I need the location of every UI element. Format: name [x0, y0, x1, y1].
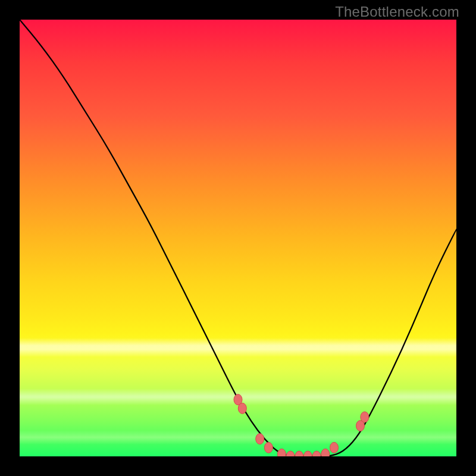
marker-point — [295, 451, 303, 456]
marker-point — [361, 412, 369, 422]
marker-point — [256, 434, 264, 444]
marker-point — [277, 449, 286, 456]
marker-point — [264, 442, 273, 453]
marker-point — [238, 403, 246, 414]
marker-point — [303, 451, 312, 456]
plot-area — [20, 20, 456, 456]
marker-point — [312, 451, 321, 456]
marker-point — [321, 449, 330, 456]
watermark-text: TheBottleneck.com — [335, 4, 459, 20]
marker-point — [330, 442, 339, 453]
marker-point — [286, 451, 295, 456]
chart-frame: TheBottleneck.com — [0, 0, 476, 476]
bottleneck-curve — [20, 20, 456, 456]
curve-layer — [20, 20, 456, 456]
